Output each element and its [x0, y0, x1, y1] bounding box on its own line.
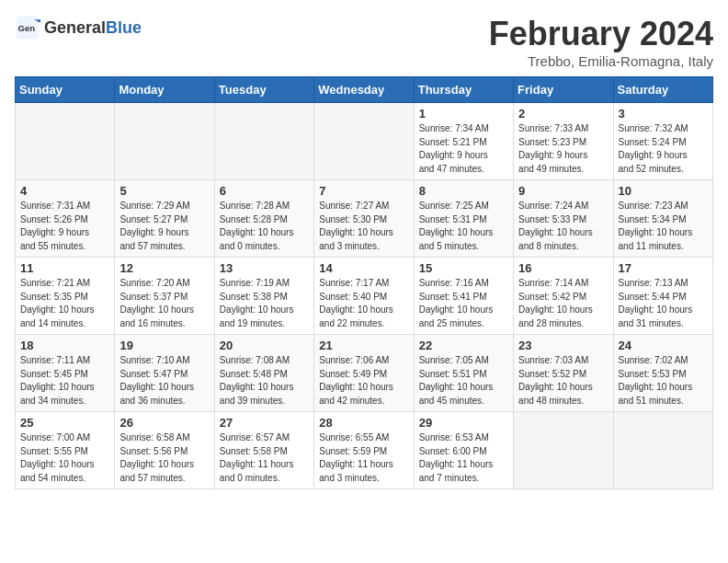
day-number: 8 — [419, 184, 508, 198]
weekday-header-wednesday: Wednesday — [314, 77, 414, 103]
day-number: 22 — [419, 339, 508, 352]
day-number: 14 — [319, 261, 408, 275]
calendar-table: SundayMondayTuesdayWednesdayThursdayFrid… — [15, 76, 713, 489]
calendar-cell: 21Sunrise: 7:06 AM Sunset: 5:49 PM Dayli… — [314, 335, 414, 412]
cell-content: Sunrise: 7:21 AM Sunset: 5:35 PM Dayligh… — [20, 277, 109, 330]
cell-content: Sunrise: 7:33 AM Sunset: 5:23 PM Dayligh… — [518, 122, 608, 176]
calendar-cell — [214, 103, 313, 180]
cell-content: Sunrise: 7:02 AM Sunset: 5:53 PM Dayligh… — [619, 354, 708, 408]
day-number: 1 — [419, 107, 508, 121]
calendar-title: February 2024 — [489, 15, 713, 53]
calendar-cell: 13Sunrise: 7:19 AM Sunset: 5:38 PM Dayli… — [214, 258, 313, 335]
calendar-cell: 28Sunrise: 6:55 AM Sunset: 5:59 PM Dayli… — [314, 412, 414, 489]
calendar-cell: 18Sunrise: 7:11 AM Sunset: 5:45 PM Dayli… — [16, 335, 115, 412]
svg-text:Gen: Gen — [18, 23, 36, 33]
calendar-cell: 5Sunrise: 7:29 AM Sunset: 5:27 PM Daylig… — [115, 180, 214, 258]
day-number: 12 — [119, 261, 209, 275]
cell-content: Sunrise: 6:53 AM Sunset: 6:00 PM Dayligh… — [419, 431, 508, 485]
day-number: 2 — [518, 107, 608, 121]
cell-content: Sunrise: 7:08 AM Sunset: 5:48 PM Dayligh… — [220, 354, 309, 408]
cell-content: Sunrise: 7:25 AM Sunset: 5:31 PM Dayligh… — [419, 200, 508, 253]
calendar-cell: 6Sunrise: 7:28 AM Sunset: 5:28 PM Daylig… — [214, 180, 313, 258]
day-number: 20 — [220, 339, 309, 352]
cell-content: Sunrise: 6:58 AM Sunset: 5:56 PM Dayligh… — [119, 431, 209, 485]
logo-icon: Gen — [15, 15, 40, 40]
week-row-4: 18Sunrise: 7:11 AM Sunset: 5:45 PM Dayli… — [16, 335, 713, 412]
calendar-cell: 26Sunrise: 6:58 AM Sunset: 5:56 PM Dayli… — [115, 412, 214, 489]
calendar-cell: 1Sunrise: 7:34 AM Sunset: 5:21 PM Daylig… — [414, 103, 513, 180]
calendar-location: Trebbo, Emilia-Romagna, Italy — [489, 53, 713, 69]
calendar-cell: 22Sunrise: 7:05 AM Sunset: 5:51 PM Dayli… — [414, 335, 513, 412]
week-row-1: 1Sunrise: 7:34 AM Sunset: 5:21 PM Daylig… — [16, 103, 713, 180]
weekday-header-saturday: Saturday — [613, 77, 712, 103]
cell-content: Sunrise: 7:10 AM Sunset: 5:47 PM Dayligh… — [119, 354, 209, 408]
day-number: 28 — [319, 416, 408, 430]
calendar-cell: 27Sunrise: 6:57 AM Sunset: 5:58 PM Dayli… — [214, 412, 313, 489]
calendar-cell: 25Sunrise: 7:00 AM Sunset: 5:55 PM Dayli… — [16, 412, 115, 489]
cell-content: Sunrise: 7:32 AM Sunset: 5:24 PM Dayligh… — [619, 122, 708, 176]
cell-content: Sunrise: 7:14 AM Sunset: 5:42 PM Dayligh… — [518, 277, 608, 330]
day-number: 26 — [119, 416, 209, 430]
calendar-cell: 10Sunrise: 7:23 AM Sunset: 5:34 PM Dayli… — [613, 180, 712, 258]
day-number: 13 — [220, 261, 309, 275]
calendar-cell: 2Sunrise: 7:33 AM Sunset: 5:23 PM Daylig… — [514, 103, 613, 180]
cell-content: Sunrise: 7:05 AM Sunset: 5:51 PM Dayligh… — [419, 354, 508, 408]
calendar-cell — [16, 103, 115, 180]
calendar-cell: 19Sunrise: 7:10 AM Sunset: 5:47 PM Dayli… — [115, 335, 214, 412]
calendar-cell: 9Sunrise: 7:24 AM Sunset: 5:33 PM Daylig… — [514, 180, 613, 258]
weekday-header-friday: Friday — [514, 77, 613, 103]
day-number: 17 — [619, 261, 708, 275]
cell-content: Sunrise: 7:19 AM Sunset: 5:38 PM Dayligh… — [220, 277, 309, 330]
day-number: 18 — [20, 339, 109, 352]
weekday-header-thursday: Thursday — [414, 77, 513, 103]
day-number: 6 — [220, 184, 309, 198]
logo-blue: Blue — [106, 18, 142, 37]
cell-content: Sunrise: 7:31 AM Sunset: 5:26 PM Dayligh… — [20, 200, 109, 253]
day-number: 10 — [619, 184, 708, 198]
calendar-cell: 16Sunrise: 7:14 AM Sunset: 5:42 PM Dayli… — [514, 258, 613, 335]
day-number: 24 — [619, 339, 708, 352]
weekday-header-sunday: Sunday — [16, 77, 115, 103]
day-number: 29 — [419, 416, 508, 430]
day-number: 4 — [20, 184, 109, 198]
cell-content: Sunrise: 7:29 AM Sunset: 5:27 PM Dayligh… — [119, 200, 209, 253]
weekday-header-monday: Monday — [115, 77, 214, 103]
title-block: February 2024 Trebbo, Emilia-Romagna, It… — [489, 15, 713, 69]
calendar-cell: 14Sunrise: 7:17 AM Sunset: 5:40 PM Dayli… — [314, 258, 414, 335]
cell-content: Sunrise: 7:20 AM Sunset: 5:37 PM Dayligh… — [119, 277, 209, 330]
calendar-cell: 29Sunrise: 6:53 AM Sunset: 6:00 PM Dayli… — [414, 412, 513, 489]
day-number: 15 — [419, 261, 508, 275]
day-number: 16 — [518, 261, 608, 275]
week-row-5: 25Sunrise: 7:00 AM Sunset: 5:55 PM Dayli… — [16, 412, 713, 489]
calendar-cell: 4Sunrise: 7:31 AM Sunset: 5:26 PM Daylig… — [16, 180, 115, 258]
calendar-cell — [514, 412, 613, 489]
cell-content: Sunrise: 7:27 AM Sunset: 5:30 PM Dayligh… — [319, 200, 408, 253]
calendar-cell — [613, 412, 712, 489]
calendar-cell: 3Sunrise: 7:32 AM Sunset: 5:24 PM Daylig… — [613, 103, 712, 180]
calendar-cell: 20Sunrise: 7:08 AM Sunset: 5:48 PM Dayli… — [214, 335, 313, 412]
calendar-cell: 24Sunrise: 7:02 AM Sunset: 5:53 PM Dayli… — [613, 335, 712, 412]
calendar-cell: 23Sunrise: 7:03 AM Sunset: 5:52 PM Dayli… — [514, 335, 613, 412]
cell-content: Sunrise: 6:57 AM Sunset: 5:58 PM Dayligh… — [220, 431, 309, 485]
calendar-cell: 12Sunrise: 7:20 AM Sunset: 5:37 PM Dayli… — [115, 258, 214, 335]
day-number: 9 — [518, 184, 608, 198]
cell-content: Sunrise: 7:23 AM Sunset: 5:34 PM Dayligh… — [619, 200, 708, 253]
day-number: 19 — [119, 339, 209, 352]
calendar-cell: 15Sunrise: 7:16 AM Sunset: 5:41 PM Dayli… — [414, 258, 513, 335]
calendar-cell: 17Sunrise: 7:13 AM Sunset: 5:44 PM Dayli… — [613, 258, 712, 335]
calendar-cell — [314, 103, 414, 180]
day-number: 3 — [619, 107, 708, 121]
cell-content: Sunrise: 7:11 AM Sunset: 5:45 PM Dayligh… — [20, 354, 109, 408]
cell-content: Sunrise: 7:06 AM Sunset: 5:49 PM Dayligh… — [319, 354, 408, 408]
weekday-header-row: SundayMondayTuesdayWednesdayThursdayFrid… — [16, 77, 713, 103]
week-row-3: 11Sunrise: 7:21 AM Sunset: 5:35 PM Dayli… — [16, 258, 713, 335]
day-number: 25 — [20, 416, 109, 430]
day-number: 27 — [220, 416, 309, 430]
cell-content: Sunrise: 7:03 AM Sunset: 5:52 PM Dayligh… — [518, 354, 608, 408]
day-number: 5 — [119, 184, 209, 198]
logo: Gen GeneralBlue — [15, 15, 142, 40]
cell-content: Sunrise: 7:13 AM Sunset: 5:44 PM Dayligh… — [619, 277, 708, 330]
cell-content: Sunrise: 6:55 AM Sunset: 5:59 PM Dayligh… — [319, 431, 408, 485]
week-row-2: 4Sunrise: 7:31 AM Sunset: 5:26 PM Daylig… — [16, 180, 713, 258]
cell-content: Sunrise: 7:34 AM Sunset: 5:21 PM Dayligh… — [419, 122, 508, 176]
